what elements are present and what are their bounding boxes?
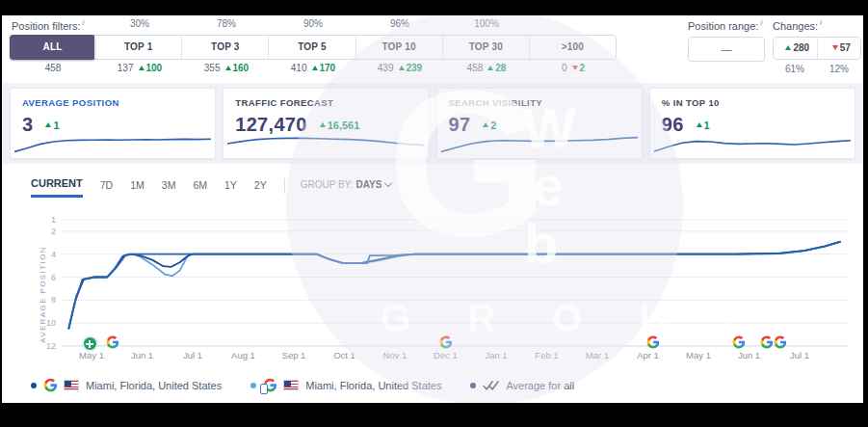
value-top3: 355160 xyxy=(183,63,270,73)
filter-percentages-row: 30% 78% 90% 96% 100% xyxy=(10,18,617,29)
chart-panel: CURRENT 7D 1M 3M 6M 1Y 2Y GROUP BY:DAYS … xyxy=(2,164,863,403)
pct-cell: 96% xyxy=(356,18,443,29)
card-search-visibility[interactable]: SEARCH VISIBILITY 972 xyxy=(436,88,643,159)
series-line xyxy=(68,242,840,329)
phone-icon xyxy=(260,384,268,394)
plus-marker-icon[interactable] xyxy=(83,336,97,351)
position-range-input[interactable]: — xyxy=(688,37,765,62)
x-tick-label: Nov 1 xyxy=(383,350,408,360)
x-tick-label: Sep 1 xyxy=(282,350,306,360)
up-triangle-icon xyxy=(320,122,326,127)
sparkline-chart xyxy=(441,131,638,156)
series-dot xyxy=(250,383,256,388)
info-icon[interactable]: i xyxy=(820,18,822,27)
card-traffic-forecast[interactable]: TRAFFIC FORECAST 127,47016,561 xyxy=(223,88,429,159)
range-tab-current[interactable]: CURRENT xyxy=(31,177,83,198)
up-triangle-icon xyxy=(697,122,702,127)
tab-top1[interactable]: TOP 1 xyxy=(94,36,181,59)
filter-values-row: 458 137100 355160 410170 439239 45828 02 xyxy=(10,63,617,73)
legend-label: Miami, Florida, United States xyxy=(305,380,441,391)
us-flag-icon xyxy=(283,380,299,390)
x-tick-label: May 1 xyxy=(79,350,104,360)
down-triangle-icon xyxy=(572,66,578,70)
sparkline xyxy=(441,138,638,152)
google-update-marker-icon[interactable] xyxy=(774,335,787,349)
google-update-marker-icon[interactable] xyxy=(439,335,453,349)
pct-cell xyxy=(10,18,96,29)
average-position-chart: 124681012May 1Jun 1Jul 1Aug 1Sep 1Oct 1N… xyxy=(2,206,863,370)
changes-up-cell[interactable]: 280 xyxy=(774,38,817,59)
sparkline xyxy=(654,141,851,151)
google-update-marker-icon[interactable] xyxy=(106,335,119,349)
tab-top5[interactable]: TOP 5 xyxy=(268,36,355,59)
date-range-tabs: CURRENT 7D 1M 3M 6M 1Y 2Y GROUP BY:DAYS xyxy=(31,177,391,198)
range-tab-3m[interactable]: 3M xyxy=(162,179,176,197)
range-tab-1m[interactable]: 1M xyxy=(130,179,145,197)
legend-label: Miami, Florida, United States xyxy=(86,380,222,391)
info-icon[interactable]: i xyxy=(760,18,762,27)
card-delta: 1 xyxy=(692,120,710,131)
x-tick-label: Jul 1 xyxy=(183,350,202,360)
up-triangle-icon xyxy=(312,66,318,70)
range-tab-1y[interactable]: 1Y xyxy=(224,179,237,197)
card-average-position[interactable]: AVERAGE POSITION 31 xyxy=(10,88,216,159)
tab-over100[interactable]: >100 xyxy=(529,36,616,59)
y-tick-label: 2 xyxy=(51,227,56,236)
chevron-down-icon xyxy=(384,179,392,187)
pct-cell: 90% xyxy=(270,18,356,29)
up-triangle-icon xyxy=(139,66,145,70)
tab-top10[interactable]: TOP 10 xyxy=(355,36,442,59)
tab-top30[interactable]: TOP 30 xyxy=(442,36,529,59)
range-tab-2y[interactable]: 2Y xyxy=(254,179,267,197)
down-triangle-icon xyxy=(832,45,838,50)
legend-item-desktop[interactable]: Miami, Florida, United States xyxy=(31,378,222,392)
series-dot xyxy=(470,383,476,388)
x-tick-label: Apr 1 xyxy=(637,350,659,360)
pct-cell: 78% xyxy=(183,18,270,29)
changes-percents: 61% 12% xyxy=(773,64,861,74)
x-tick-label: Jun 1 xyxy=(131,350,153,360)
changes-down-pct: 12% xyxy=(817,64,861,74)
x-tick-label: May 1 xyxy=(686,350,711,360)
changes-label: Changes:i xyxy=(773,18,861,32)
x-tick-label: Jul 1 xyxy=(790,350,809,360)
pct-cell: 30% xyxy=(96,18,183,29)
card-percent-in-top10[interactable]: % IN TOP 10 961 xyxy=(649,88,855,159)
tab-top3[interactable]: TOP 3 xyxy=(181,36,268,59)
value-top1: 137100 xyxy=(96,63,183,73)
value-over100: 02 xyxy=(530,63,617,73)
card-label: AVERAGE POSITION xyxy=(11,89,215,108)
sparkline-chart xyxy=(14,131,211,156)
google-update-marker-icon[interactable] xyxy=(760,335,774,349)
group-by-dropdown[interactable]: GROUP BY:DAYS xyxy=(301,179,392,196)
legend-item-mobile[interactable]: Miami, Florida, United States xyxy=(250,378,441,392)
legend-item-average[interactable]: Average for all xyxy=(470,380,574,391)
y-axis-label: AVERAGE POSITION xyxy=(39,229,47,343)
divider xyxy=(284,178,285,194)
x-tick-label: Jun 1 xyxy=(738,350,760,360)
changes-down-cell[interactable]: 57 xyxy=(817,38,861,59)
up-triangle-icon xyxy=(399,66,405,70)
up-triangle-icon xyxy=(483,122,488,127)
y-tick-label: 12 xyxy=(46,341,56,351)
google-update-marker-icon[interactable] xyxy=(732,335,746,349)
pct-cell xyxy=(530,18,617,29)
rank-tracker-dashboard: Position filters:i 30% 78% 90% 96% 100% … xyxy=(2,15,863,403)
range-tab-6m[interactable]: 6M xyxy=(193,179,207,197)
pct-cell: 100% xyxy=(443,18,530,29)
series-dot xyxy=(31,383,37,388)
series-line xyxy=(68,242,840,329)
y-tick-label: 1 xyxy=(51,215,56,225)
position-filter-tabs: ALL TOP 1 TOP 3 TOP 5 TOP 10 TOP 30 >100 xyxy=(10,35,617,60)
google-update-marker-icon[interactable] xyxy=(646,335,660,349)
tab-all[interactable]: ALL xyxy=(10,35,95,60)
card-label: % IN TOP 10 xyxy=(650,89,855,108)
google-icon xyxy=(43,378,58,392)
range-tab-7d[interactable]: 7D xyxy=(100,179,113,197)
position-range-group: Position range:i — xyxy=(688,18,765,62)
card-delta: 2 xyxy=(478,120,496,131)
y-tick-label: 10 xyxy=(46,318,56,328)
changes-box: 280 57 xyxy=(773,37,861,60)
value-top10: 439239 xyxy=(356,63,443,73)
chart-legend: Miami, Florida, United States Miami, Flo… xyxy=(31,378,603,392)
